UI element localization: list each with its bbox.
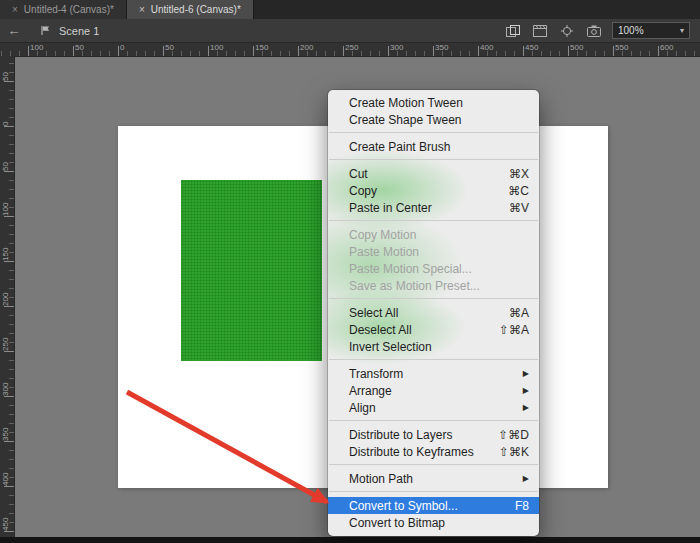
ruler-number: 50: [1, 51, 11, 81]
menu-item-shortcut: ⇧⌘K: [499, 445, 529, 459]
menu-item-label: Copy: [349, 184, 496, 198]
submenu-arrow-icon: ▶: [523, 369, 529, 378]
ruler-number: 100: [210, 43, 223, 52]
menu-item-label: Create Motion Tween: [349, 96, 529, 110]
ruler-number: 150: [255, 43, 268, 52]
menu-item-align[interactable]: Align▶: [328, 399, 539, 416]
menu-separator: [329, 132, 538, 133]
menu-item-create-paint-brush[interactable]: Create Paint Brush: [328, 138, 539, 155]
window-bottom-edge: [0, 537, 700, 543]
submenu-arrow-icon: ▶: [523, 403, 529, 412]
menu-item-label: Create Shape Tween: [349, 113, 529, 127]
zoom-level-select[interactable]: 100% ▾: [612, 22, 690, 39]
scene-flag-icon: [36, 23, 54, 39]
menu-item-shortcut: ⌘X: [509, 167, 529, 181]
ruler-number: 0: [120, 43, 124, 52]
ruler-number: 400: [480, 43, 493, 52]
menu-item-invert-selection[interactable]: Invert Selection: [328, 338, 539, 355]
ruler-number: 300: [1, 366, 11, 396]
edit-bar: ← Scene 1 100% ▾: [0, 19, 700, 43]
menu-item-label: Deselect All: [349, 323, 487, 337]
menu-item-transform[interactable]: Transform▶: [328, 365, 539, 382]
vertical-ruler[interactable]: 50050100150200250300350400450: [0, 56, 15, 537]
camera-icon[interactable]: [585, 23, 603, 39]
menu-item-paste-motion: Paste Motion: [328, 243, 539, 260]
menu-item-label: Align: [349, 401, 511, 415]
menu-item-convert-to-bitmap[interactable]: Convert to Bitmap: [328, 514, 539, 531]
menu-item-cut[interactable]: Cut⌘X: [328, 165, 539, 182]
menu-separator: [329, 491, 538, 492]
back-arrow-icon: ←: [8, 23, 21, 38]
menu-item-label: Distribute to Keyframes: [349, 445, 487, 459]
menu-item-label: Arrange: [349, 384, 511, 398]
horizontal-ruler[interactable]: 1005005010015020025030035040045050055060…: [0, 42, 700, 57]
edit-symbols-icon[interactable]: [504, 23, 522, 39]
animate-window: × Untitled-4 (Canvas)* × Untitled-6 (Can…: [0, 0, 700, 543]
ruler-number: 50: [75, 43, 84, 52]
menu-item-shortcut: ⇧⌘A: [499, 323, 529, 337]
menu-item-paste-in-center[interactable]: Paste in Center⌘V: [328, 199, 539, 216]
ruler-number: 50: [165, 43, 174, 52]
menu-item-label: Distribute to Layers: [349, 428, 486, 442]
menu-item-create-shape-tween[interactable]: Create Shape Tween: [328, 111, 539, 128]
submenu-arrow-icon: ▶: [523, 474, 529, 483]
menu-item-label: Convert to Bitmap: [349, 516, 529, 530]
ruler-number: 150: [1, 231, 11, 261]
ruler-number: 250: [345, 43, 358, 52]
center-frame-crosshair-icon[interactable]: [558, 23, 576, 39]
ruler-number: 500: [570, 43, 583, 52]
tab-untitled-6[interactable]: × Untitled-6 (Canvas)*: [127, 0, 254, 19]
menu-item-paste-motion-special: Paste Motion Special...: [328, 260, 539, 277]
breadcrumb-scene[interactable]: Scene 1: [28, 23, 107, 39]
ruler-number: 250: [1, 321, 11, 351]
menu-item-label: Save as Motion Preset...: [349, 279, 529, 293]
tab-label: Untitled-6 (Canvas)*: [151, 4, 241, 15]
menu-item-label: Paste Motion Special...: [349, 262, 529, 276]
menu-item-distribute-to-keyframes[interactable]: Distribute to Keyframes⇧⌘K: [328, 443, 539, 460]
ruler-number: 600: [660, 43, 673, 52]
menu-item-shortcut: ⌘V: [509, 201, 529, 215]
menu-item-label: Copy Motion: [349, 228, 529, 242]
menu-item-shortcut: ⌘A: [509, 306, 529, 320]
ruler-number: 400: [1, 456, 11, 486]
context-menu: Create Motion TweenCreate Shape TweenCre…: [328, 90, 539, 536]
ruler-number: 100: [30, 43, 43, 52]
menu-separator: [329, 464, 538, 465]
tab-untitled-4[interactable]: × Untitled-4 (Canvas)*: [0, 0, 127, 19]
menu-item-copy[interactable]: Copy⌘C: [328, 182, 539, 199]
edit-scene-clapperboard-icon[interactable]: [531, 23, 549, 39]
green-rectangle-shape[interactable]: [181, 180, 322, 361]
tab-close-icon[interactable]: ×: [12, 4, 18, 15]
menu-item-label: Transform: [349, 367, 511, 381]
document-tabbar: × Untitled-4 (Canvas)* × Untitled-6 (Can…: [0, 0, 700, 19]
menu-item-arrange[interactable]: Arrange▶: [328, 382, 539, 399]
menu-item-create-motion-tween[interactable]: Create Motion Tween: [328, 94, 539, 111]
menu-item-convert-to-symbol[interactable]: Convert to Symbol...F8: [328, 497, 539, 514]
menu-item-shortcut: ⌘C: [508, 184, 529, 198]
menu-item-deselect-all[interactable]: Deselect All⇧⌘A: [328, 321, 539, 338]
menu-item-label: Paste in Center: [349, 201, 497, 215]
menu-item-label: Motion Path: [349, 472, 511, 486]
menu-item-select-all[interactable]: Select All⌘A: [328, 304, 539, 321]
back-button[interactable]: ←: [0, 19, 28, 42]
menu-separator: [329, 420, 538, 421]
menu-item-label: Convert to Symbol...: [349, 499, 503, 513]
ruler-number: 350: [435, 43, 448, 52]
chevron-down-icon: ▾: [680, 26, 684, 35]
menu-item-save-as-motion-preset: Save as Motion Preset...: [328, 277, 539, 294]
menu-item-label: Create Paint Brush: [349, 140, 529, 154]
ruler-number: 550: [615, 43, 628, 52]
submenu-arrow-icon: ▶: [523, 386, 529, 395]
menu-item-distribute-to-layers[interactable]: Distribute to Layers⇧⌘D: [328, 426, 539, 443]
zoom-value: 100%: [618, 25, 644, 36]
ruler-number: 200: [1, 276, 11, 306]
ruler-number: 100: [1, 186, 11, 216]
menu-item-motion-path[interactable]: Motion Path▶: [328, 470, 539, 487]
ruler-number: 200: [300, 43, 313, 52]
edit-bar-controls: 100% ▾: [504, 22, 700, 39]
menu-separator: [329, 220, 538, 221]
menu-item-label: Invert Selection: [349, 340, 529, 354]
tab-close-icon[interactable]: ×: [139, 4, 145, 15]
scene-label: Scene 1: [59, 25, 99, 37]
ruler-number: 0: [1, 96, 11, 126]
